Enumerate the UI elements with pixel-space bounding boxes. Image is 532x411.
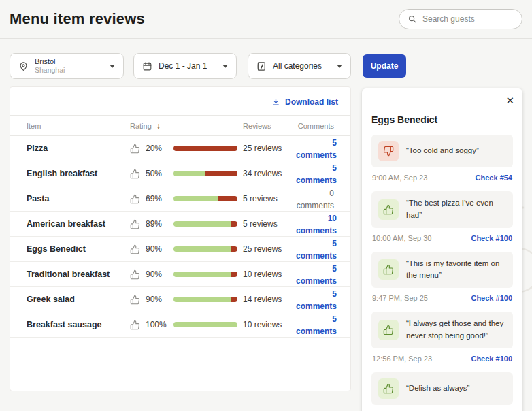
item-detail-panel: ✕ Eggs Benedict “Too cold and soggy” 9:0… xyxy=(362,88,522,411)
review-quote: “I always get those and they never stop … xyxy=(406,318,506,342)
rating-cell: 100% xyxy=(130,320,243,330)
thumbs-up-icon xyxy=(130,194,140,204)
date-range-dropdown[interactable]: Dec 1 - Jan 1 xyxy=(133,53,237,79)
date-range-label: Dec 1 - Jan 1 xyxy=(159,61,207,71)
table-header: Item Rating↓ Reviews Comments xyxy=(10,115,350,136)
download-list-link[interactable]: Download list xyxy=(271,97,338,107)
review-block: “This is my favorite item on the menu” 9… xyxy=(371,252,513,303)
table-row[interactable]: Pasta 69% 5 reviews 0 comments xyxy=(10,186,350,212)
column-header-comments[interactable]: Comments xyxy=(296,122,334,130)
comments-link[interactable]: 10 comments xyxy=(296,214,337,235)
review-block: “Delish as always” 9:00 AM, Sep 23 Check… xyxy=(371,372,513,411)
check-link[interactable]: Check #54 xyxy=(476,174,512,182)
reviews-count: 10 reviews xyxy=(243,269,296,279)
review-block: “Too cold and soggy” 9:00 AM, Sep 23 Che… xyxy=(371,135,513,182)
sort-desc-icon: ↓ xyxy=(156,121,161,131)
menu-book-icon xyxy=(256,61,267,71)
thumbs-up-icon xyxy=(130,320,140,330)
rating-bar xyxy=(173,221,237,227)
rating-value: 90% xyxy=(146,269,168,279)
comments-link[interactable]: 5 comments xyxy=(296,138,337,160)
category-dropdown[interactable]: All categories xyxy=(248,53,351,79)
comments-link[interactable]: 5 comments xyxy=(296,289,337,311)
review-block: “The best pizza I’ve even had” 10:00 AM,… xyxy=(371,191,513,242)
rating-value: 90% xyxy=(146,295,168,304)
rating-cell: 90% xyxy=(130,269,243,280)
column-header-rating[interactable]: Rating↓ xyxy=(130,121,243,131)
search-icon xyxy=(408,14,417,24)
filter-bar: Bristol Shanghai Dec 1 - Jan 1 All categ… xyxy=(10,53,406,79)
check-link[interactable]: Check #100 xyxy=(471,294,512,302)
review-timestamp: 9:00 AM, Sep 23 xyxy=(372,174,427,182)
comments-link[interactable]: 5 comments xyxy=(296,239,337,261)
review-timestamp: 12:56 PM, Sep 23 xyxy=(372,355,432,363)
review-block: “I always get those and they never stop … xyxy=(371,312,513,363)
rating-cell: 50% xyxy=(130,169,243,179)
reviews-count: 5 reviews xyxy=(243,194,296,203)
search-input[interactable] xyxy=(422,14,514,24)
table-row[interactable]: English breakfast 50% 34 reviews 5 comme… xyxy=(10,161,350,186)
review-list: “Too cold and soggy” 9:00 AM, Sep 23 Che… xyxy=(371,135,513,411)
rating-cell: 69% xyxy=(130,194,243,204)
location-label: Bristol Shanghai xyxy=(35,57,65,75)
category-label: All categories xyxy=(273,61,322,71)
update-button[interactable]: Update xyxy=(363,54,406,78)
comments-link[interactable]: 5 comments xyxy=(296,314,337,336)
review-card: “Too cold and soggy” xyxy=(371,135,513,167)
download-icon xyxy=(271,97,280,107)
rating-cell: 89% xyxy=(130,219,243,229)
rating-cell: 90% xyxy=(130,244,243,254)
reviews-count: 5 reviews xyxy=(243,219,296,229)
menu-items-table-body: Pizza 20% 25 reviews 5 comments English … xyxy=(10,136,350,338)
rating-bar xyxy=(173,246,237,252)
table-row[interactable]: Greek salad 90% 14 reviews 5 comments xyxy=(10,287,350,312)
table-row[interactable]: American breakfast 89% 5 reviews 10 comm… xyxy=(10,212,350,237)
review-quote: “This is my favorite item on the menu” xyxy=(406,258,506,282)
review-quote: “Delish as always” xyxy=(406,382,469,395)
page-title: Menu item reviews xyxy=(10,10,145,28)
item-name: Breakfast sausage xyxy=(27,320,130,329)
column-header-item[interactable]: Item xyxy=(27,122,130,130)
rating-bar xyxy=(173,272,237,277)
item-name: Traditional breakfast xyxy=(27,269,130,279)
thumbs-up-icon xyxy=(130,244,140,254)
item-name: American breakfast xyxy=(27,219,130,229)
thumbs-up-icon xyxy=(378,259,399,280)
check-link[interactable]: Check #100 xyxy=(471,355,512,363)
table-row[interactable]: Pizza 20% 25 reviews 5 comments xyxy=(10,136,350,161)
thumbs-up-icon xyxy=(130,144,140,154)
thumbs-up-icon xyxy=(130,295,140,305)
item-name: Pizza xyxy=(27,144,130,153)
thumbs-up-icon xyxy=(378,378,399,399)
column-header-reviews[interactable]: Reviews xyxy=(243,122,296,130)
item-name: Eggs Benedict xyxy=(27,244,130,254)
rating-value: 90% xyxy=(146,244,168,254)
map-pin-icon xyxy=(18,61,29,71)
review-card: “The best pizza I’ve even had” xyxy=(371,191,513,228)
thumbs-up-icon xyxy=(130,219,140,229)
chevron-down-icon xyxy=(222,65,228,68)
location-secondary: Shanghai xyxy=(35,66,65,75)
detail-panel-title: Eggs Benedict xyxy=(371,114,513,125)
rating-bar xyxy=(173,196,237,201)
comments-link[interactable]: 5 comments xyxy=(296,264,337,286)
location-primary: Bristol xyxy=(35,57,65,66)
guest-search[interactable] xyxy=(399,9,522,29)
review-quote: “The best pizza I’ve even had” xyxy=(406,197,506,222)
table-row[interactable]: Breakfast sausage 100% 10 reviews 5 comm… xyxy=(10,312,350,338)
thumbs-down-icon xyxy=(378,141,399,161)
check-link[interactable]: Check #100 xyxy=(471,234,512,242)
thumbs-up-icon xyxy=(378,320,399,340)
table-row[interactable]: Traditional breakfast 90% 10 reviews 5 c… xyxy=(10,262,350,287)
rating-value: 69% xyxy=(146,194,168,203)
item-name: Greek salad xyxy=(27,295,130,304)
close-icon[interactable]: ✕ xyxy=(505,95,514,105)
review-timestamp: 10:00 AM, Sep 30 xyxy=(372,234,431,242)
location-dropdown[interactable]: Bristol Shanghai xyxy=(10,53,124,79)
rating-cell: 90% xyxy=(130,295,243,305)
comments-link[interactable]: 5 comments xyxy=(296,163,337,185)
table-row[interactable]: Eggs Benedict 90% 25 reviews 5 comments xyxy=(10,237,350,262)
chevron-down-icon xyxy=(337,65,342,68)
rating-value: 89% xyxy=(146,219,168,229)
reviews-count: 34 reviews xyxy=(243,169,296,178)
